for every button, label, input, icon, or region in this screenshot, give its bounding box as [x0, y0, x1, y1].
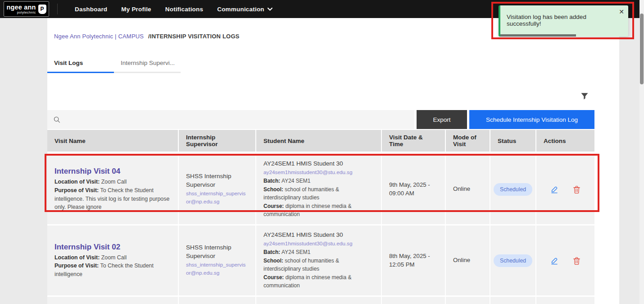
- supervisor-cell: SHSS Internship Supervisor shss_internsh…: [179, 154, 255, 224]
- table-row: Internship Visit 04 Location of Visit: Z…: [47, 154, 594, 224]
- header-actions: Actions: [536, 130, 594, 152]
- logo-shield-icon: P: [38, 5, 46, 14]
- status-badge: Scheduled: [494, 254, 532, 267]
- location-of-visit: Location of Visit: Zoom Call: [54, 178, 171, 186]
- supervisor-cell: SHSS Internship Supervisor shss_internsh…: [179, 297, 255, 304]
- header-visit-date-time: Visit Date & Time: [382, 130, 445, 152]
- actions-cell: [536, 226, 594, 295]
- visit-datetime: 9th May, 2025 - 09:00 AM: [389, 181, 438, 198]
- header-student-name: Student Name: [256, 130, 381, 152]
- actions-cell: [536, 297, 594, 304]
- table-toolbar: Export Schedule Internship Visitation Lo…: [47, 110, 594, 129]
- content-card: Ngee Ann Polytechnic | CAMPUS /INTERNSHI…: [47, 18, 619, 304]
- page: ngee ann polytechnic P Dashboard My Prof…: [0, 0, 644, 304]
- visit-name-link[interactable]: Internship Visit 04: [54, 167, 171, 176]
- mode-of-visit-cell: Online: [446, 226, 490, 295]
- student-course: Course: diploma in chinese media & commu…: [263, 202, 374, 219]
- visit-name-cell: Internship Visit 04 Location of Visit: Z…: [47, 154, 178, 224]
- status-cell: Scheduled: [490, 226, 535, 295]
- student-course: Course: diploma in chinese media & commu…: [263, 273, 374, 290]
- logo-line1: ngee ann: [6, 4, 36, 11]
- search-icon: [54, 116, 60, 123]
- table-body: Internship Visit 04 Location of Visit: Z…: [47, 154, 594, 304]
- visit-datetime: 8th May, 2025 - 12:05 PM: [389, 252, 438, 269]
- student-cell: AY24SEM1 HMIS Student 30 ay24sem1hmisstu…: [256, 297, 381, 304]
- header-visit-name: Visit Name: [47, 130, 178, 152]
- mode-of-visit: Online: [453, 256, 482, 264]
- location-of-visit: Location of Visit: Zoom Call: [54, 253, 171, 262]
- student-school: School: school of humanities & interdisc…: [263, 257, 374, 273]
- student-email-link[interactable]: ay24sem1hmisstudent30@stu.edu.sg: [263, 169, 374, 177]
- visit-datetime-cell: 15th Jan, 2025 - 12:25 PM: [382, 297, 445, 304]
- delete-icon[interactable]: [573, 257, 581, 265]
- supervisor-email-link[interactable]: shss_internship_supervisor@np.edu.sg: [186, 261, 248, 277]
- breadcrumb-current: /INTERNSHIP VISITATION LOGS: [148, 33, 240, 40]
- toast-progress-bar: [500, 34, 576, 37]
- edit-icon[interactable]: [550, 185, 558, 193]
- visit-name-cell: Review visit Location of Visit: Zoom Cal…: [47, 297, 178, 304]
- visit-name-cell: Internship Visit 02 Location of Visit: Z…: [47, 226, 178, 295]
- nav-item-notifications[interactable]: Notifications: [165, 6, 203, 13]
- student-email-link[interactable]: ay24sem1hmisstudent30@stu.edu.sg: [263, 240, 374, 248]
- student-batch: Batch: AY24 SEM1: [263, 177, 374, 185]
- logo-text: ngee ann polytechnic: [6, 4, 36, 14]
- breadcrumb-root-link[interactable]: Ngee Ann Polytechnic | CAMPUS: [54, 33, 144, 40]
- actions-cell: [536, 154, 594, 224]
- status-cell: Scheduled: [490, 154, 535, 224]
- toast-close-icon[interactable]: ✕: [619, 9, 624, 15]
- mode-of-visit-cell: Face-to-face: [446, 297, 490, 304]
- student-name: AY24SEM1 HMIS Student 30: [263, 160, 374, 168]
- supervisor-name: SHSS Internship Supervisor: [186, 244, 248, 260]
- tab-internship-supervisor[interactable]: Internship Supervi...: [114, 55, 181, 73]
- purpose-of-visit: Purpose of Visit: To Check the Student i…: [54, 186, 171, 212]
- toast-message: Visitation log has been added successful…: [500, 14, 628, 29]
- mode-of-visit-cell: Online: [446, 154, 490, 224]
- nav-item-my-profile[interactable]: My Profile: [121, 6, 151, 13]
- student-cell: AY24SEM1 HMIS Student 30 ay24sem1hmisstu…: [256, 154, 381, 224]
- header-internship-supervisor: Internship Supervisor: [179, 130, 255, 152]
- filter-icon[interactable]: [579, 90, 590, 102]
- table-row: Review visit Location of Visit: Zoom Cal…: [47, 297, 594, 304]
- table-header-row: Visit Name Internship Supervisor Student…: [47, 130, 594, 152]
- student-school: School: school of humanities & interdisc…: [263, 185, 374, 202]
- mode-of-visit: Online: [453, 185, 482, 193]
- student-cell: AY24SEM1 HMIS Student 30 ay24sem1hmisstu…: [256, 226, 381, 295]
- ngee-ann-logo: ngee ann polytechnic P: [4, 1, 49, 17]
- export-button[interactable]: Export: [417, 110, 467, 129]
- schedule-visitation-log-button[interactable]: Schedule Internship Visitation Log: [469, 110, 594, 129]
- nav-item-communication[interactable]: Communication: [217, 6, 272, 13]
- edit-icon[interactable]: [550, 257, 558, 265]
- student-batch: Batch: AY24 SEM1: [263, 248, 374, 257]
- visit-datetime-cell: 8th May, 2025 - 12:05 PM: [382, 226, 445, 295]
- tab-visit-logs[interactable]: Visit Logs: [47, 55, 114, 73]
- scrollbar-track: [639, 0, 644, 304]
- nav-item-communication-label: Communication: [217, 6, 264, 13]
- tab-bar: Visit Logs Internship Supervi...: [47, 55, 181, 73]
- chevron-down-icon: [268, 8, 272, 11]
- visit-name-link[interactable]: Internship Visit 02: [54, 243, 171, 252]
- status-badge: Scheduled: [494, 183, 532, 196]
- search-input[interactable]: [64, 110, 414, 129]
- table-zone: Export Schedule Internship Visitation Lo…: [47, 110, 594, 304]
- purpose-of-visit: Purpose of Visit: To Check the Student i…: [54, 262, 171, 278]
- nav-divider: [57, 4, 58, 14]
- student-name: AY24SEM1 HMIS Student 30: [263, 231, 374, 239]
- success-toast: Visitation log has been added successful…: [499, 5, 628, 37]
- supervisor-name: SHSS Internship Supervisor: [186, 172, 248, 189]
- scrollbar-thumb[interactable]: [640, 14, 644, 84]
- visit-datetime-cell: 9th May, 2025 - 09:00 AM: [382, 154, 445, 224]
- search-box: [47, 110, 414, 129]
- header-mode-of-visit: Mode of Visit: [446, 130, 490, 152]
- nav-item-dashboard[interactable]: Dashboard: [75, 6, 107, 13]
- supervisor-email-link[interactable]: shss_internship_supervisor@np.edu.sg: [186, 190, 248, 206]
- status-cell: Completed: [490, 297, 535, 304]
- student-name: AY24SEM1 HMIS Student 30: [263, 302, 374, 304]
- delete-icon[interactable]: [573, 185, 581, 193]
- breadcrumb: Ngee Ann Polytechnic | CAMPUS /INTERNSHI…: [54, 33, 240, 40]
- supervisor-cell: SHSS Internship Supervisor shss_internsh…: [179, 226, 255, 295]
- header-status: Status: [490, 130, 535, 152]
- logo-line2: polytechnic: [6, 11, 36, 14]
- table-row: Internship Visit 02 Location of Visit: Z…: [47, 226, 594, 295]
